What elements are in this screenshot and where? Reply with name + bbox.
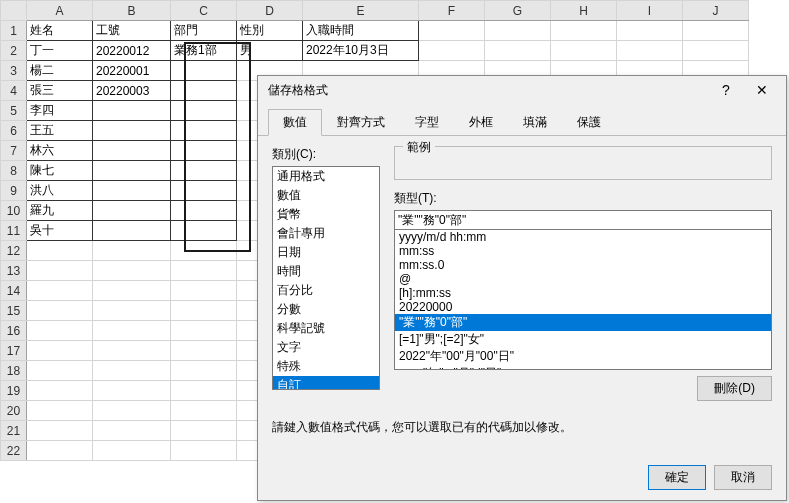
cell-C2[interactable]: 業務1部 — [171, 41, 237, 61]
type-input[interactable] — [394, 210, 772, 230]
cell-A8[interactable]: 陳七 — [27, 161, 93, 181]
type-item[interactable]: 20220000 — [395, 300, 771, 314]
row-header-14[interactable]: 14 — [1, 281, 27, 301]
cell-C5[interactable] — [171, 101, 237, 121]
category-item[interactable]: 通用格式 — [273, 167, 379, 186]
cell-A11[interactable]: 吳十 — [27, 221, 93, 241]
type-item[interactable]: "業""務"0"部" — [395, 314, 771, 331]
cell-A6[interactable]: 王五 — [27, 121, 93, 141]
cell-C14[interactable] — [171, 281, 237, 301]
dialog-titlebar[interactable]: 儲存格格式 ? ✕ — [258, 76, 786, 104]
cell-B14[interactable] — [93, 281, 171, 301]
cell-C22[interactable] — [171, 441, 237, 461]
cell-B13[interactable] — [93, 261, 171, 281]
type-listbox[interactable]: yyyy/m/d hh:mmmm:ssmm:ss.0@[h]:mm:ss2022… — [394, 230, 772, 370]
cell-B1[interactable]: 工號 — [93, 21, 171, 41]
cell-A20[interactable] — [27, 401, 93, 421]
cell-A1[interactable]: 姓名 — [27, 21, 93, 41]
cell-C17[interactable] — [171, 341, 237, 361]
cell-C1[interactable]: 部門 — [171, 21, 237, 41]
row-header-4[interactable]: 4 — [1, 81, 27, 101]
cell-H1[interactable] — [551, 21, 617, 41]
row-header-15[interactable]: 15 — [1, 301, 27, 321]
row-header-12[interactable]: 12 — [1, 241, 27, 261]
category-item[interactable]: 自訂 — [273, 376, 379, 390]
cell-C8[interactable] — [171, 161, 237, 181]
row-header-11[interactable]: 11 — [1, 221, 27, 241]
cell-A22[interactable] — [27, 441, 93, 461]
row-header-6[interactable]: 6 — [1, 121, 27, 141]
cell-A7[interactable]: 林六 — [27, 141, 93, 161]
cell-B9[interactable] — [93, 181, 171, 201]
type-item[interactable]: yyyy/m/d hh:mm — [395, 230, 771, 244]
help-button[interactable]: ? — [708, 79, 744, 101]
cell-G1[interactable] — [485, 21, 551, 41]
cell-F2[interactable] — [419, 41, 485, 61]
cell-B19[interactable] — [93, 381, 171, 401]
row-header-18[interactable]: 18 — [1, 361, 27, 381]
cell-B18[interactable] — [93, 361, 171, 381]
type-item[interactable]: [=1]"男";[=2]"女" — [395, 331, 771, 348]
category-listbox[interactable]: 通用格式數值貨幣會計專用日期時間百分比分數科學記號文字特殊自訂 — [272, 166, 380, 390]
col-header-G[interactable]: G — [485, 1, 551, 21]
cell-C12[interactable] — [171, 241, 237, 261]
col-header-B[interactable]: B — [93, 1, 171, 21]
category-item[interactable]: 時間 — [273, 262, 379, 281]
cell-B10[interactable] — [93, 201, 171, 221]
cell-B5[interactable] — [93, 101, 171, 121]
row-header-21[interactable]: 21 — [1, 421, 27, 441]
select-all-corner[interactable] — [1, 1, 27, 21]
cell-A21[interactable] — [27, 421, 93, 441]
cell-C3[interactable] — [171, 61, 237, 81]
tab-2[interactable]: 字型 — [400, 109, 454, 136]
type-item[interactable]: mm:ss.0 — [395, 258, 771, 272]
cell-A18[interactable] — [27, 361, 93, 381]
cell-A19[interactable] — [27, 381, 93, 401]
type-item[interactable]: 2022"年"00"月"00"日" — [395, 348, 771, 365]
tab-0[interactable]: 數值 — [268, 109, 322, 136]
col-header-J[interactable]: J — [683, 1, 749, 21]
cell-A15[interactable] — [27, 301, 93, 321]
col-header-D[interactable]: D — [237, 1, 303, 21]
type-item[interactable]: mm:ss — [395, 244, 771, 258]
cell-B7[interactable] — [93, 141, 171, 161]
tab-1[interactable]: 對齊方式 — [322, 109, 400, 136]
cell-B11[interactable] — [93, 221, 171, 241]
cell-C13[interactable] — [171, 261, 237, 281]
col-header-I[interactable]: I — [617, 1, 683, 21]
cell-C20[interactable] — [171, 401, 237, 421]
delete-button[interactable]: 刪除(D) — [697, 376, 772, 401]
cell-C9[interactable] — [171, 181, 237, 201]
type-item[interactable]: [h]:mm:ss — [395, 286, 771, 300]
cell-C15[interactable] — [171, 301, 237, 321]
cell-B3[interactable]: 20220001 — [93, 61, 171, 81]
cell-A12[interactable] — [27, 241, 93, 261]
cell-A4[interactable]: 張三 — [27, 81, 93, 101]
row-header-20[interactable]: 20 — [1, 401, 27, 421]
row-header-2[interactable]: 2 — [1, 41, 27, 61]
cell-A3[interactable]: 楊二 — [27, 61, 93, 81]
row-header-3[interactable]: 3 — [1, 61, 27, 81]
cell-E1[interactable]: 入職時間 — [303, 21, 419, 41]
cell-I1[interactable] — [617, 21, 683, 41]
row-header-13[interactable]: 13 — [1, 261, 27, 281]
cell-D1[interactable]: 性別 — [237, 21, 303, 41]
cell-A14[interactable] — [27, 281, 93, 301]
cell-F1[interactable] — [419, 21, 485, 41]
cell-J1[interactable] — [683, 21, 749, 41]
row-header-22[interactable]: 22 — [1, 441, 27, 461]
cell-C11[interactable] — [171, 221, 237, 241]
row-header-7[interactable]: 7 — [1, 141, 27, 161]
cell-C6[interactable] — [171, 121, 237, 141]
cell-B22[interactable] — [93, 441, 171, 461]
row-header-1[interactable]: 1 — [1, 21, 27, 41]
row-header-10[interactable]: 10 — [1, 201, 27, 221]
category-item[interactable]: 數值 — [273, 186, 379, 205]
cell-B20[interactable] — [93, 401, 171, 421]
cell-C7[interactable] — [171, 141, 237, 161]
cell-J2[interactable] — [683, 41, 749, 61]
col-header-E[interactable]: E — [303, 1, 419, 21]
cell-A2[interactable]: 丁一 — [27, 41, 93, 61]
tab-4[interactable]: 填滿 — [508, 109, 562, 136]
category-item[interactable]: 貨幣 — [273, 205, 379, 224]
